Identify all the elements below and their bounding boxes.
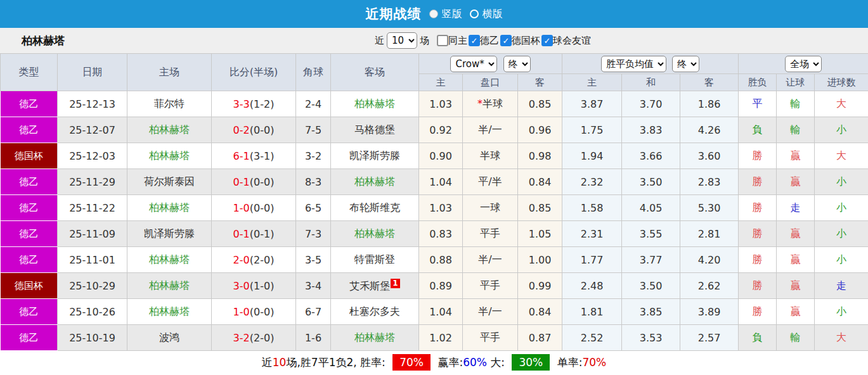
- summary-segment: 60%: [463, 356, 487, 369]
- checkbox-club-friendly[interactable]: ✓: [541, 35, 553, 46]
- league-badge: 德国杯: [1, 273, 58, 299]
- radio-vertical-label: 竖版: [442, 8, 462, 21]
- home-team-name: 柏林赫塔: [149, 201, 190, 213]
- crown-home-odds: 0.89: [419, 273, 463, 299]
- filter-bar: 柏林赫塔 近 10 场 同主✓德乙✓德国杯✓球会友谊: [0, 28, 868, 53]
- halftime-score: (0-1): [250, 228, 275, 240]
- handicap-line: 半球: [463, 143, 518, 169]
- radio-selected-icon[interactable]: [429, 10, 438, 18]
- handicap-result-cell: 走: [777, 195, 815, 221]
- crown-away-odds: 0.87: [518, 325, 562, 351]
- crown-home-odds: 1.02: [419, 325, 463, 351]
- goals-result-cell: 大: [815, 325, 868, 351]
- match-date: 25-12-03: [58, 143, 127, 169]
- halftime-score: (2-0): [250, 332, 275, 344]
- goals-result-cell: 大: [815, 143, 868, 169]
- avg-time-select[interactable]: 终: [672, 56, 699, 72]
- home-team: 柏林赫塔: [127, 273, 212, 299]
- handicap-result-cell: 贏: [777, 273, 815, 299]
- goals-result-cell: 小: [815, 195, 868, 221]
- bookmaker-select[interactable]: Crow*: [450, 56, 497, 72]
- home-team-name: 柏林赫塔: [149, 279, 190, 291]
- away-team-name: 柏林赫塔: [354, 175, 395, 188]
- away-team-name: 艾禾斯堡: [349, 280, 390, 292]
- handicap-line: 平手: [463, 325, 518, 351]
- avg-draw-odds: 3.85: [622, 299, 680, 325]
- summary-segment: 赢率:: [434, 355, 463, 370]
- avg-away-odds: 2.81: [680, 221, 739, 247]
- halftime-score: (0-0): [250, 124, 275, 136]
- avg-away-odds: 4.26: [680, 117, 739, 143]
- radio-horizontal-label: 横版: [483, 8, 503, 21]
- fulltime-score: 2-0: [233, 254, 250, 266]
- col-header-home: 主场: [127, 54, 212, 91]
- fulltime-score: 0-2: [233, 124, 250, 136]
- avg-away-odds: 5.30: [680, 195, 739, 221]
- away-team-name: 杜塞尔多夫: [349, 305, 400, 317]
- radio-horizontal-layout[interactable]: 横版: [470, 8, 503, 21]
- score-cell: 0-1(0-1): [212, 221, 296, 247]
- handicap-line: 半/一: [463, 247, 518, 273]
- score-cell: 3-2(2-0): [212, 325, 296, 351]
- avg-away-odds: 2.57: [680, 325, 739, 351]
- radio-vertical-layout[interactable]: 竖版: [429, 8, 462, 21]
- radio-unselected-icon[interactable]: [470, 10, 479, 18]
- league-badge: 德乙: [1, 247, 58, 273]
- away-team-name: 凯泽斯劳滕: [349, 149, 400, 162]
- league-badge: 德乙: [1, 325, 58, 351]
- summary-segment: 70%: [392, 354, 431, 371]
- result-cell: 負: [739, 325, 777, 351]
- away-team: 凯泽斯劳滕: [331, 143, 419, 169]
- home-team-name: 荷尔斯泰因: [144, 175, 195, 188]
- summary-segment: 近: [262, 355, 273, 370]
- handicap-line: 半/一: [463, 117, 518, 143]
- fulltime-score: 3-0: [233, 280, 250, 292]
- halftime-score: (2-0): [250, 254, 275, 266]
- crown-time-select[interactable]: 终: [503, 56, 531, 72]
- match-count-select[interactable]: 10: [387, 32, 417, 49]
- crown-away-odds: 1.00: [518, 247, 562, 273]
- avg-odds-group-header: 胜平负均值 终: [562, 54, 739, 74]
- away-team: 柏林赫塔: [331, 325, 419, 351]
- sub-header-crown-home: 主: [419, 74, 463, 91]
- avg-draw-odds: 3.55: [622, 221, 680, 247]
- crown-home-odds: 0.92: [419, 117, 463, 143]
- home-team-name: 菲尔特: [154, 98, 185, 110]
- avg-home-odds: 1.75: [562, 117, 622, 143]
- crown-home-odds: 1.03: [419, 195, 463, 221]
- match-row: 德乙25-12-13菲尔特3-3(1-2)2-4柏林赫塔1.03*半球0.853…: [1, 91, 868, 117]
- avg-home-odds: 1.58: [562, 195, 622, 221]
- home-team-name: 柏林赫塔: [149, 253, 190, 265]
- crown-home-odds: 1.03: [419, 91, 463, 117]
- result-cell: 負: [739, 117, 777, 143]
- checkbox-league-de2[interactable]: ✓: [469, 35, 480, 46]
- home-team: 柏林赫塔: [127, 117, 212, 143]
- goals-result-cell: 小: [815, 247, 868, 273]
- avg-odds-select[interactable]: 胜平负均值: [601, 56, 666, 72]
- fulltime-score: 6-1: [233, 150, 250, 162]
- crown-home-odds: 0.90: [419, 143, 463, 169]
- summary-footer: 近10场,胜7平1负2, 胜率: 70% 赢率:60% 大: 30% 单率:70…: [0, 351, 868, 374]
- col-header-score: 比分(半场): [212, 54, 296, 91]
- fulltime-score: 3-2: [233, 332, 250, 344]
- corner-score: 2-4: [296, 91, 331, 117]
- crown-away-odds: 0.85: [518, 91, 562, 117]
- handicap-line: 平手: [463, 273, 518, 299]
- period-select[interactable]: 全场: [785, 56, 822, 72]
- checkbox-same-home[interactable]: [437, 35, 448, 46]
- avg-draw-odds: 3.53: [622, 325, 680, 351]
- games-label: 场: [420, 35, 429, 47]
- league-badge: 德国杯: [1, 143, 58, 169]
- handicap-line: 平/半: [463, 169, 518, 195]
- checkbox-league-german-cup[interactable]: ✓: [500, 35, 512, 46]
- league-badge: 德乙: [1, 299, 58, 325]
- handicap-result-cell: 贏: [777, 169, 815, 195]
- away-team: 杜塞尔多夫: [331, 299, 419, 325]
- checkbox-label-league-german-cup: 德国杯: [512, 35, 540, 47]
- goals-result-cell: 小: [815, 117, 868, 143]
- away-team: 柏林赫塔: [331, 91, 419, 117]
- match-row: 德乙25-12-07柏林赫塔0-2(0-0)7-5马格德堡0.92半/一0.96…: [1, 117, 868, 143]
- handicap-result-cell: 輸: [777, 91, 815, 117]
- handicap-line: 一球: [463, 195, 518, 221]
- crown-away-odds: 0.85: [518, 195, 562, 221]
